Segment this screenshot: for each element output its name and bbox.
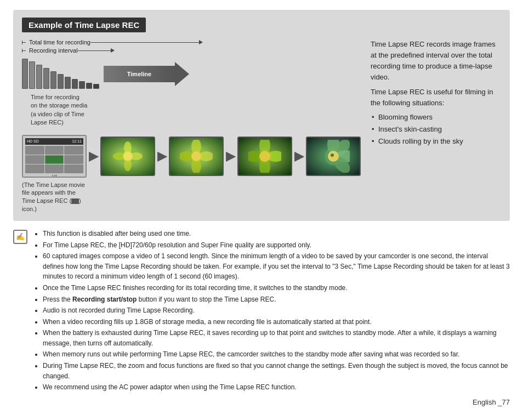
page: Example of Time Lapse REC Total time for… xyxy=(0,0,523,415)
bullet-item-1: Blooming flowers xyxy=(371,112,501,123)
svg-point-17 xyxy=(259,151,270,162)
frame-11 xyxy=(93,84,99,89)
flower-bg-1 xyxy=(101,138,154,175)
notes-content: This function is disabled after being us… xyxy=(34,229,510,394)
arrow-1: ▶ xyxy=(89,149,98,163)
frame-4 xyxy=(43,68,49,89)
note-icon-symbol: ✍ xyxy=(16,232,25,241)
photo-frame-2 xyxy=(169,137,224,176)
timeline-arrow-tip xyxy=(175,62,189,86)
frame-8 xyxy=(72,79,78,89)
big-timeline-arrow: Timeline xyxy=(104,62,189,86)
menu-cell-9 xyxy=(64,164,83,173)
frame-7 xyxy=(65,77,71,89)
diagram-box: Example of Time Lapse REC Total time for… xyxy=(13,10,510,221)
svg-point-11 xyxy=(191,151,201,161)
bullet-item-2: Insect's skin-casting xyxy=(371,124,501,135)
frame-3 xyxy=(36,65,42,89)
note-item-1: This function is disabled after being us… xyxy=(43,229,510,239)
menu-time: 12:11 xyxy=(72,139,82,143)
note-item-4: Once the Time Lapse REC finishes recordi… xyxy=(43,283,510,293)
timeline-illustration: Total time for recording Recording inter… xyxy=(22,39,361,213)
flower-svg-4 xyxy=(317,140,350,173)
notes-section: ✍ This function is disabled after being … xyxy=(13,229,510,394)
frame-5 xyxy=(50,71,56,89)
menu-grid xyxy=(25,146,83,173)
photo-frame-1 xyxy=(100,137,155,176)
menu-cell-6 xyxy=(64,155,83,164)
arrow-right-2 xyxy=(111,48,115,53)
total-time-row: Total time for recording xyxy=(22,39,203,46)
diagram-inner: Total time for recording Recording inter… xyxy=(22,39,501,213)
flower-svg-1 xyxy=(111,140,144,173)
photo-strip: HD SD 12:11 xyxy=(22,135,361,178)
total-time-label: Total time for recording xyxy=(29,39,90,46)
note-item-6: Audio is not recorded during Time Lapse … xyxy=(43,305,510,316)
menu-cell-1 xyxy=(25,146,44,155)
photo-frame-4 xyxy=(306,137,361,176)
flower-svg-2 xyxy=(180,140,213,173)
flower-bg-4 xyxy=(307,138,360,175)
frame-1 xyxy=(22,59,28,89)
menu-cell-4 xyxy=(25,155,44,164)
recording-interval-row: Recording interval xyxy=(22,47,203,54)
timeline-arrows-section: Total time for recording Recording inter… xyxy=(22,39,203,54)
storage-note: Time for recordingon the storage media(a… xyxy=(31,93,361,127)
frames-and-arrow: Timeline xyxy=(22,59,361,89)
note-item-9: When memory runs out while performing Ti… xyxy=(43,349,510,360)
notes-list: This function is disabled after being us… xyxy=(34,229,510,393)
photo-caption-text: (The Time Lapse movie file appears with … xyxy=(22,181,85,213)
recording-interval-label: Recording interval xyxy=(29,47,78,54)
flower-bg-3 xyxy=(238,138,291,175)
bullet-item-3: Clouds rolling by in the sky xyxy=(371,136,501,147)
menu-cell-5 xyxy=(45,155,64,164)
desc-para2: Time Lapse REC is useful for filming in … xyxy=(371,87,501,109)
diagram-title: Example of Time Lapse REC xyxy=(22,18,146,32)
note-item-8: When the battery is exhausted during Tim… xyxy=(43,328,510,348)
photo-frame-3 xyxy=(237,137,292,176)
arrow-right-1 xyxy=(199,40,203,44)
svg-point-24 xyxy=(331,154,334,157)
storage-note-text: Time for recordingon the storage media(a… xyxy=(31,94,87,126)
note-item-7: When a video recording fills up 1.8GB of… xyxy=(43,317,510,327)
flower-svg-3 xyxy=(248,140,281,173)
arrow-2: ▶ xyxy=(157,149,167,163)
timeline-arrow-body: Timeline xyxy=(104,66,175,82)
frame-2 xyxy=(29,61,35,89)
menu-cell-3 xyxy=(64,146,83,155)
menu-cell-7 xyxy=(25,164,44,173)
film-frames xyxy=(22,59,99,89)
photo-frame-menu: HD SD 12:11 xyxy=(22,135,87,178)
bullet-list: Blooming flowers Insect's skin-casting C… xyxy=(371,112,501,147)
flower-bg-2 xyxy=(170,138,223,175)
svg-point-5 xyxy=(123,152,132,161)
frame-9 xyxy=(79,81,85,89)
arrow-4: ▶ xyxy=(294,149,304,163)
note-item-3: 60 captured images compose a video of 1 … xyxy=(43,251,510,282)
page-number: English _77 xyxy=(473,398,510,406)
menu-top-bar: HD SD 12:11 xyxy=(25,138,83,145)
frame-6 xyxy=(58,74,64,89)
note-item-11: We recommend using the AC power adaptor … xyxy=(43,382,510,393)
menu-cell-8 xyxy=(45,164,64,173)
menu-mode: HD SD xyxy=(27,139,39,143)
note-item-5: Press the Recording start/stop button if… xyxy=(43,294,510,305)
desc-para1: Time Lapse REC records image frames at t… xyxy=(371,39,501,83)
timeline-arrow-label: Timeline xyxy=(127,71,151,77)
note-item-10: During Time Lapse REC, the zoom and focu… xyxy=(43,361,510,381)
note-item-2: For Time Lapse REC, the [HD]720/60p reso… xyxy=(43,240,510,251)
description-area: Time Lapse REC records image frames at t… xyxy=(371,39,501,148)
bold-text: Recording start/stop xyxy=(72,296,137,303)
frame-10 xyxy=(86,83,92,89)
menu-mockup: HD SD 12:11 xyxy=(23,136,86,177)
page-number-row: English _77 xyxy=(13,398,510,406)
photo-caption: (The Time Lapse movie file appears with … xyxy=(22,181,88,213)
note-icon: ✍ xyxy=(13,230,27,244)
menu-cell-2 xyxy=(45,146,64,155)
arrow-3: ▶ xyxy=(226,149,235,163)
